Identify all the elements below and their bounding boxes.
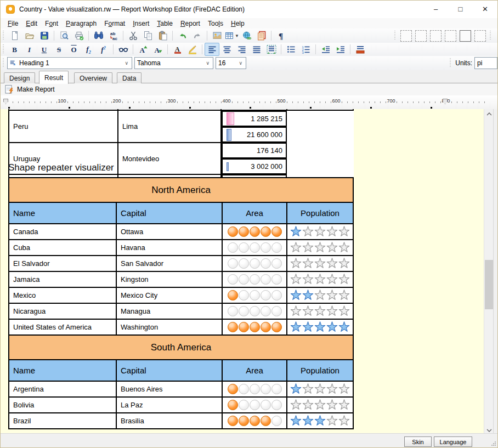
toolbar-grip[interactable]	[2, 58, 5, 68]
highlight-button[interactable]	[185, 43, 200, 56]
insert-hyperlink-button[interactable]	[239, 29, 254, 42]
units-combo[interactable]: pi	[474, 57, 497, 69]
font-color-button[interactable]: A	[170, 43, 185, 56]
pilcrow-icon: ¶	[276, 31, 286, 41]
table-row: ArgentinaBuenos Aires	[9, 381, 353, 397]
font-size-combo[interactable]: 16 ∨	[216, 57, 246, 69]
tab-overview[interactable]: Overview	[74, 72, 112, 83]
border-style-2-button[interactable]	[415, 30, 427, 42]
align-left-button[interactable]	[205, 43, 219, 56]
scroll-up-button[interactable]	[484, 109, 494, 118]
paragraph-style-combo[interactable]: a Heading 1 ∨	[7, 57, 132, 69]
print-preview-button[interactable]	[56, 29, 71, 42]
maximize-button[interactable]: □	[448, 1, 473, 18]
menu-format[interactable]: Format	[100, 19, 129, 29]
underline-button[interactable]: U	[37, 43, 52, 56]
window-title: Country - Value visualization.rw — Repor…	[19, 5, 245, 13]
country-name: Canada	[13, 228, 38, 236]
border-style-5-button[interactable]	[460, 30, 471, 42]
menu-tools[interactable]: Tools	[204, 19, 227, 29]
print-button[interactable]	[71, 29, 86, 42]
scrollbar-thumb[interactable]	[485, 260, 493, 309]
ruler-tick	[408, 101, 408, 103]
menu-help[interactable]: Help	[227, 19, 248, 29]
insert-image-button[interactable]	[210, 29, 224, 42]
tab-data[interactable]: Data	[117, 72, 142, 83]
toolbar-grip[interactable]	[449, 58, 452, 68]
menu-file[interactable]: File	[4, 19, 22, 29]
numbered-list-button[interactable]: 123	[298, 43, 313, 56]
replace-button[interactable]: abac	[106, 29, 121, 42]
font-increase-button[interactable]: A	[135, 43, 150, 56]
strikethrough-button[interactable]: S	[52, 43, 66, 56]
hidden-text-button[interactable]	[116, 43, 131, 56]
units-label: Units:	[455, 59, 472, 67]
undo-button[interactable]	[175, 29, 190, 42]
font-decrease-button[interactable]: A	[150, 43, 165, 56]
insert-table-button[interactable]: ▼	[224, 29, 239, 42]
tab-result[interactable]: Result	[39, 71, 69, 84]
ruler-tick	[166, 101, 167, 103]
bullet-list-button[interactable]	[284, 43, 298, 56]
indent-button[interactable]	[333, 43, 348, 56]
vertical-scrollbar[interactable]	[484, 109, 494, 435]
border-style-4-button[interactable]	[445, 30, 456, 42]
star-icon	[338, 290, 350, 301]
pilcrow-button[interactable]: ¶	[274, 29, 288, 42]
circle-icon	[261, 416, 271, 426]
paste-button[interactable]	[155, 29, 170, 42]
capital-name: Lima	[122, 122, 138, 131]
make-report-button[interactable]: Make Report	[1, 83, 59, 95]
font-name-combo[interactable]: Tahoma ∨	[134, 57, 213, 69]
bold-icon: B	[12, 44, 17, 54]
toolbar-grip[interactable]	[489, 31, 492, 41]
toolbar-grip[interactable]	[394, 31, 397, 41]
outdent-button[interactable]	[318, 43, 333, 56]
resize-grip[interactable]	[491, 441, 496, 446]
italic-button[interactable]: I	[22, 43, 37, 56]
circle-icon	[228, 290, 238, 300]
status-bar: Skin Language	[1, 433, 497, 447]
language-button[interactable]: Language	[434, 436, 472, 447]
align-right-button[interactable]	[234, 43, 249, 56]
menu-paragraph[interactable]: Paragraph	[62, 19, 100, 29]
open-file-button[interactable]	[22, 29, 37, 42]
capital-name: Managua	[121, 307, 150, 315]
skin-button[interactable]: Skin	[404, 436, 432, 447]
redo-button[interactable]	[190, 29, 205, 42]
copy-button[interactable]	[140, 29, 155, 42]
close-button[interactable]: ✕	[473, 1, 497, 18]
toolbar-grip[interactable]	[2, 31, 5, 41]
find-button[interactable]	[91, 29, 106, 42]
justify-fit-button[interactable]	[264, 43, 279, 56]
star-icon	[290, 290, 302, 301]
menu-insert[interactable]: Insert	[129, 19, 153, 29]
menu-report[interactable]: Report	[177, 19, 204, 29]
align-right-icon	[237, 44, 247, 54]
bold-button[interactable]: B	[7, 43, 22, 56]
justify-button[interactable]	[249, 43, 264, 56]
tab-design[interactable]: Design	[4, 72, 35, 83]
save-button[interactable]	[37, 29, 52, 42]
align-center-button[interactable]	[219, 43, 234, 56]
report-preview-pane: PeruLima1 285 21521 600 000UruguayMontev…	[1, 109, 485, 435]
left-margin-marker[interactable]	[3, 99, 8, 104]
new-document-button[interactable]	[7, 29, 22, 42]
cut-button[interactable]	[126, 29, 140, 42]
toolbar-grip[interactable]	[2, 44, 5, 54]
superscript-button[interactable]: f2	[96, 43, 111, 56]
population-stars-cell	[287, 381, 353, 397]
border-style-6-button[interactable]	[474, 30, 486, 42]
circle-icon	[250, 242, 260, 253]
overline-button[interactable]: O	[66, 43, 81, 56]
subscript-button[interactable]: f2	[81, 43, 96, 56]
menu-edit[interactable]: Edit	[22, 19, 41, 29]
circle-icon	[261, 322, 271, 332]
border-style-1-button[interactable]	[400, 30, 412, 42]
border-style-3-button[interactable]	[430, 30, 442, 42]
minimize-button[interactable]: –	[423, 1, 448, 18]
paragraph-border-button[interactable]	[353, 43, 367, 56]
menu-font[interactable]: Font	[41, 19, 62, 29]
insert-frame-button[interactable]	[254, 29, 269, 42]
menu-table[interactable]: Table	[153, 19, 177, 29]
